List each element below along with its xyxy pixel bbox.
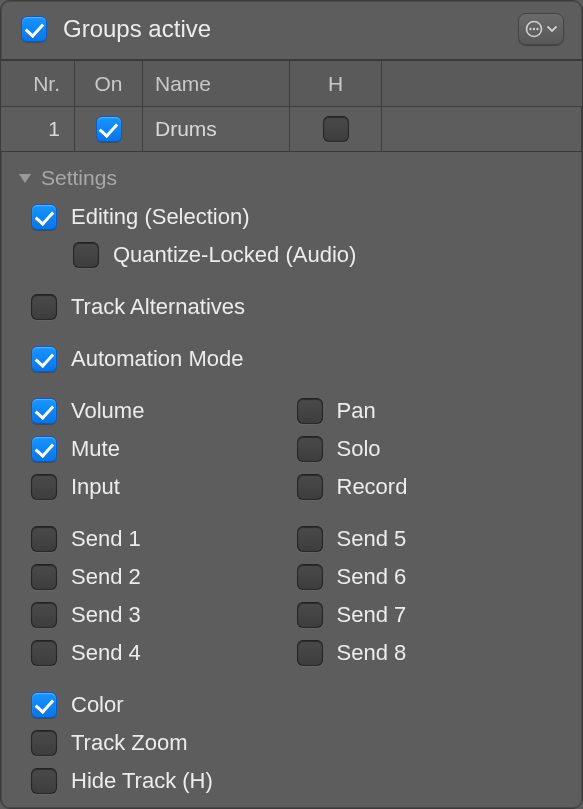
quantize-locked-checkbox[interactable]	[73, 242, 99, 268]
send3-checkbox[interactable]	[31, 602, 57, 628]
svg-point-2	[532, 28, 534, 30]
track-zoom-row: Track Zoom	[19, 724, 562, 762]
editing-label: Editing (Selection)	[71, 204, 250, 230]
send5-checkbox[interactable]	[297, 526, 323, 552]
table-row[interactable]: 1 Drums	[1, 106, 582, 151]
hide-track-checkbox[interactable]	[31, 768, 57, 794]
record-row: Record	[297, 468, 563, 506]
track-zoom-label: Track Zoom	[71, 730, 188, 756]
send8-checkbox[interactable]	[297, 640, 323, 666]
solo-row: Solo	[297, 430, 563, 468]
editing-checkbox[interactable]	[31, 204, 57, 230]
more-icon	[525, 20, 543, 38]
automation-checkbox[interactable]	[31, 346, 57, 372]
groups-active-checkbox[interactable]	[21, 16, 47, 42]
pan-label: Pan	[337, 398, 376, 424]
hide-track-label: Hide Track (H)	[71, 768, 213, 794]
col-header-on[interactable]: On	[75, 61, 143, 106]
sends-grid: Send 1 Send 2 Send 3 Send 4 Se	[19, 520, 562, 672]
svg-point-1	[529, 28, 531, 30]
send8-label: Send 8	[337, 640, 407, 666]
send3-label: Send 3	[71, 602, 141, 628]
mute-checkbox[interactable]	[31, 436, 57, 462]
color-checkbox[interactable]	[31, 692, 57, 718]
send2-label: Send 2	[71, 564, 141, 590]
mute-row: Mute	[31, 430, 297, 468]
pan-checkbox[interactable]	[297, 398, 323, 424]
groups-table: Nr. On Name H 1 Drums	[1, 60, 582, 152]
send7-row: Send 7	[297, 596, 563, 634]
chevron-down-icon	[546, 23, 558, 35]
mute-label: Mute	[71, 436, 120, 462]
row-h-checkbox[interactable]	[323, 116, 349, 142]
hide-track-row: Hide Track (H)	[19, 762, 562, 800]
settings-disclosure[interactable]: Settings	[19, 166, 562, 190]
settings-title: Settings	[41, 166, 117, 190]
cell-h	[290, 107, 382, 151]
send4-row: Send 4	[31, 634, 297, 672]
col-header-nr[interactable]: Nr.	[1, 61, 75, 106]
input-label: Input	[71, 474, 120, 500]
solo-checkbox[interactable]	[297, 436, 323, 462]
track-zoom-checkbox[interactable]	[31, 730, 57, 756]
send5-label: Send 5	[337, 526, 407, 552]
col-header-name[interactable]: Name	[143, 61, 290, 106]
volume-checkbox[interactable]	[31, 398, 57, 424]
send4-label: Send 4	[71, 640, 141, 666]
send3-row: Send 3	[31, 596, 297, 634]
pan-row: Pan	[297, 392, 563, 430]
cell-on	[75, 107, 143, 151]
send4-checkbox[interactable]	[31, 640, 57, 666]
send7-label: Send 7	[337, 602, 407, 628]
color-label: Color	[71, 692, 124, 718]
table-header-row: Nr. On Name H	[1, 61, 582, 106]
send1-label: Send 1	[71, 526, 141, 552]
send7-checkbox[interactable]	[297, 602, 323, 628]
cell-nr: 1	[1, 107, 75, 151]
send5-row: Send 5	[297, 520, 563, 558]
input-checkbox[interactable]	[31, 474, 57, 500]
col-header-h[interactable]: H	[290, 61, 382, 106]
volume-row: Volume	[31, 392, 297, 430]
groups-active-label: Groups active	[63, 15, 518, 43]
editing-row: Editing (Selection)	[19, 198, 562, 236]
quantize-locked-label: Quantize-Locked (Audio)	[113, 242, 356, 268]
cell-name[interactable]: Drums	[143, 107, 290, 151]
automation-row: Automation Mode	[19, 340, 562, 378]
chevron-down-icon	[19, 174, 31, 183]
track-alt-checkbox[interactable]	[31, 294, 57, 320]
quantize-locked-row: Quantize-Locked (Audio)	[19, 236, 562, 274]
track-alt-label: Track Alternatives	[71, 294, 245, 320]
volume-label: Volume	[71, 398, 144, 424]
send2-checkbox[interactable]	[31, 564, 57, 590]
send8-row: Send 8	[297, 634, 563, 672]
record-checkbox[interactable]	[297, 474, 323, 500]
send6-row: Send 6	[297, 558, 563, 596]
color-row: Color	[19, 686, 562, 724]
send1-row: Send 1	[31, 520, 297, 558]
header: Groups active	[1, 1, 582, 60]
svg-point-3	[536, 28, 538, 30]
automation-label: Automation Mode	[71, 346, 243, 372]
send2-row: Send 2	[31, 558, 297, 596]
groups-panel: Groups active Nr. On Name H 1	[0, 0, 583, 809]
record-label: Record	[337, 474, 408, 500]
cell-rest	[382, 107, 582, 151]
input-row: Input	[31, 468, 297, 506]
track-alt-row: Track Alternatives	[19, 288, 562, 326]
send1-checkbox[interactable]	[31, 526, 57, 552]
mix-params-grid: Volume Mute Input Pan Solo	[19, 392, 562, 506]
col-header-rest	[382, 61, 582, 106]
send6-label: Send 6	[337, 564, 407, 590]
more-menu-button[interactable]	[518, 13, 564, 45]
settings-section: Settings Editing (Selection) Quantize-Lo…	[1, 152, 582, 809]
row-on-checkbox[interactable]	[96, 116, 122, 142]
solo-label: Solo	[337, 436, 381, 462]
send6-checkbox[interactable]	[297, 564, 323, 590]
